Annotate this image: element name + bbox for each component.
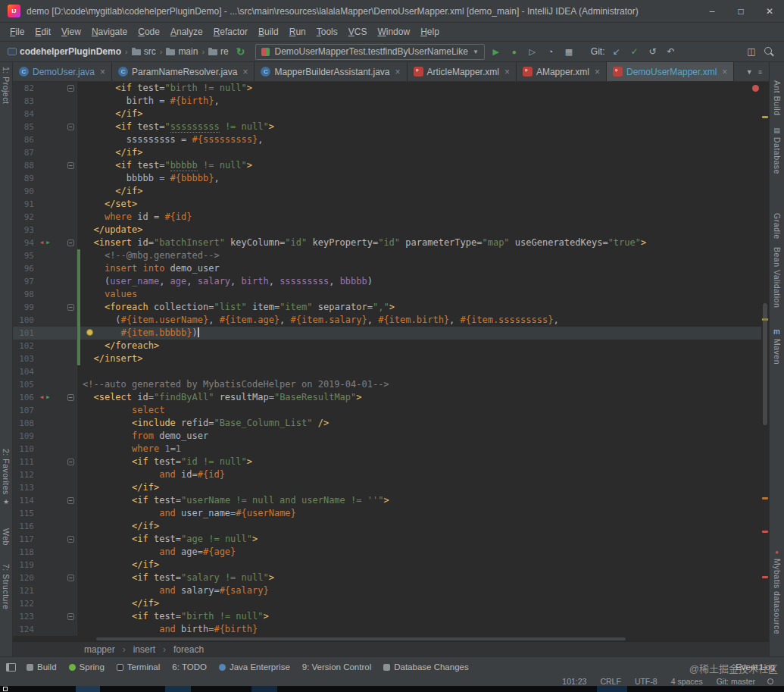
tool-button-9-version-control[interactable]: 9: Version Control bbox=[302, 662, 371, 672]
notifications-bell-icon[interactable] bbox=[767, 678, 773, 684]
line-number[interactable]: 98 bbox=[13, 288, 38, 301]
tool-button-database[interactable]: ▤Database bbox=[773, 127, 782, 174]
line-number[interactable]: 93 bbox=[13, 224, 38, 236]
git-update-icon[interactable]: ↙ bbox=[608, 46, 625, 57]
horizontal-scrollbar[interactable] bbox=[83, 636, 761, 641]
line-number[interactable]: 101 bbox=[13, 327, 38, 340]
nav-item-re[interactable]: re bbox=[207, 46, 230, 57]
close-tab-icon[interactable]: × bbox=[722, 67, 727, 77]
mybatis-nav-go-icon[interactable]: ▶ bbox=[46, 236, 49, 249]
breadcrumb-foreach[interactable]: foreach bbox=[173, 644, 204, 655]
intention-bulb-icon[interactable] bbox=[86, 329, 93, 336]
line-number[interactable]: 124 bbox=[13, 623, 38, 636]
mybatis-nav-back-icon[interactable]: ◀ bbox=[40, 391, 43, 404]
fold-icon[interactable]: − bbox=[67, 304, 74, 311]
tab-mapperbuilderassistant-java[interactable]: CMapperBuilderAssistant.java× bbox=[255, 62, 407, 81]
line-number[interactable]: 110 bbox=[13, 443, 38, 456]
layout-icon[interactable]: ◫ bbox=[743, 46, 760, 57]
line-number[interactable]: 119 bbox=[13, 559, 38, 571]
tab-dropdown-icon[interactable]: ▼ bbox=[746, 68, 753, 76]
grid-icon[interactable]: ▦ bbox=[561, 47, 577, 57]
code-line[interactable]: 122 </if> bbox=[13, 597, 761, 610]
sync-icon[interactable]: ↻ bbox=[236, 45, 245, 58]
line-number[interactable]: 87 bbox=[13, 146, 38, 159]
fold-icon[interactable]: − bbox=[67, 459, 74, 465]
line-number[interactable]: 104 bbox=[13, 365, 38, 378]
nav-item-main[interactable]: main bbox=[164, 46, 199, 57]
menu-item-file[interactable]: File bbox=[5, 24, 30, 39]
code-line[interactable]: 103 </insert> bbox=[13, 352, 761, 365]
fold-icon[interactable]: − bbox=[67, 162, 74, 169]
line-number[interactable]: 122 bbox=[13, 597, 38, 610]
code-line[interactable]: 121 and salary=#{salary} bbox=[13, 584, 761, 597]
tool-button-1-project[interactable]: 1: Project bbox=[2, 67, 11, 104]
code-line[interactable]: 84 </if> bbox=[13, 108, 761, 121]
line-number[interactable]: 91 bbox=[13, 198, 38, 211]
tab-demouser-java[interactable]: CDemoUser.java× bbox=[13, 62, 112, 81]
code-line[interactable]: 120− <if test="salary != null"> bbox=[13, 571, 761, 584]
git-commit-icon[interactable]: ✓ bbox=[626, 46, 643, 57]
close-tab-icon[interactable]: × bbox=[242, 67, 248, 77]
editor[interactable]: 82− <if test="birth != null">83 birth = … bbox=[13, 82, 769, 641]
nav-item-src[interactable]: src bbox=[130, 46, 158, 57]
menu-item-run[interactable]: Run bbox=[284, 24, 311, 39]
line-number[interactable]: 85 bbox=[13, 121, 38, 133]
git-branch[interactable]: Git: master bbox=[717, 677, 755, 686]
code-line[interactable]: 91 </set> bbox=[13, 198, 761, 211]
line-number[interactable]: 88 bbox=[13, 159, 38, 172]
code-line[interactable]: 115 and user_name=#{userName} bbox=[13, 507, 761, 520]
vertical-scrollbar[interactable] bbox=[761, 82, 769, 636]
menu-item-build[interactable]: Build bbox=[253, 24, 284, 39]
tab-demousermapper-xml[interactable]: DemoUserMapper.xml× bbox=[607, 62, 734, 81]
tool-button-ant-build[interactable]: Ant Build bbox=[773, 80, 782, 116]
menu-item-navigate[interactable]: Navigate bbox=[86, 24, 133, 39]
line-number[interactable]: 117 bbox=[13, 533, 38, 546]
tool-button-bean-validation[interactable]: Bean Validation bbox=[773, 247, 782, 308]
fold-icon[interactable]: − bbox=[67, 240, 74, 246]
mybatis-nav-back-icon[interactable]: ◀ bbox=[40, 236, 43, 249]
code-line[interactable]: 99− <foreach collection="list" item="ite… bbox=[13, 301, 761, 314]
nav-item-codehelperplugindemo[interactable]: codehelperPluginDemo bbox=[6, 46, 123, 57]
code-line[interactable]: 114− <if test="userName != null and user… bbox=[13, 494, 761, 507]
line-number[interactable]: 115 bbox=[13, 507, 38, 520]
line-number[interactable]: 83 bbox=[13, 95, 38, 108]
line-number[interactable]: 105 bbox=[13, 378, 38, 391]
line-number[interactable]: 103 bbox=[13, 352, 38, 365]
code-line[interactable]: 102 </foreach> bbox=[13, 340, 761, 352]
tab-articlemapper-xml[interactable]: ArticleMapper.xml× bbox=[408, 62, 517, 81]
scrollbar-thumb[interactable] bbox=[763, 303, 767, 425]
tool-button-web[interactable]: Web bbox=[2, 528, 11, 546]
menu-item-refactor[interactable]: Refactor bbox=[208, 24, 253, 39]
line-number[interactable]: 92 bbox=[13, 211, 38, 224]
error-indicator[interactable] bbox=[752, 85, 759, 92]
code-line[interactable]: 112 and id=#{id} bbox=[13, 468, 761, 481]
code-line[interactable]: 86 sssssssss = #{sssssssss}, bbox=[13, 133, 761, 146]
tab-amapper-xml[interactable]: AMapper.xml× bbox=[517, 62, 607, 81]
menu-item-vcs[interactable]: VCS bbox=[343, 24, 373, 39]
line-number[interactable]: 97 bbox=[13, 275, 38, 288]
line-number[interactable]: 94 bbox=[13, 236, 38, 249]
caret-position[interactable]: 101:23 bbox=[562, 677, 586, 686]
code-line[interactable]: 107 select bbox=[13, 404, 761, 417]
line-number[interactable]: 96 bbox=[13, 262, 38, 275]
tool-button-java-enterprise[interactable]: Java Enterprise bbox=[219, 662, 290, 672]
menu-item-tools[interactable]: Tools bbox=[311, 24, 343, 39]
close-tab-icon[interactable]: × bbox=[595, 67, 600, 77]
line-number[interactable]: 107 bbox=[13, 404, 38, 417]
code-line[interactable]: 88− <if test="bbbbb != null"> bbox=[13, 159, 761, 172]
code-line[interactable]: 89 bbbbb = #{bbbbb}, bbox=[13, 172, 761, 185]
profiler-icon[interactable]: ◔ bbox=[542, 47, 559, 56]
code-line[interactable]: 96 insert into demo_user bbox=[13, 262, 761, 275]
fold-icon[interactable]: − bbox=[67, 85, 74, 92]
line-number[interactable]: 114 bbox=[13, 494, 38, 507]
code-line[interactable]: 90 </if> bbox=[13, 185, 761, 198]
tool-button-gradle[interactable]: Gradle bbox=[773, 213, 782, 240]
tool-windows-toggle-icon[interactable] bbox=[6, 663, 16, 672]
code-line[interactable]: 124 and birth=#{birth} bbox=[13, 623, 761, 636]
maximize-button[interactable]: □ bbox=[726, 0, 755, 22]
code-line[interactable]: 108 <include refid="Base_Column_List" /> bbox=[13, 417, 761, 430]
debug-icon[interactable]: ● bbox=[506, 48, 523, 56]
code-line[interactable]: 82− <if test="birth != null"> bbox=[13, 82, 761, 95]
fold-icon[interactable]: − bbox=[67, 536, 74, 543]
code-line[interactable]: 101 #{item.bbbbb}) bbox=[13, 327, 761, 340]
